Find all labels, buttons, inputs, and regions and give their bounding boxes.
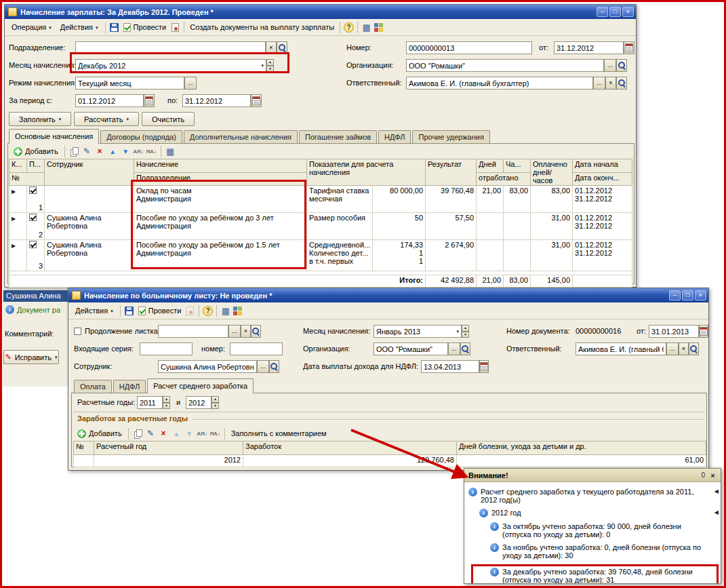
employee-field[interactable]: Сушкина Алина Робертовна (158, 360, 257, 373)
col-header-sick-days[interactable]: Дней болезни, ухода за детьми и др. (457, 442, 706, 455)
spin-up-icon[interactable]: ▴ (211, 396, 219, 403)
move-up-icon[interactable]: ▲ (107, 146, 119, 157)
ndfl-date-field[interactable]: 13.04.2013 (421, 360, 479, 373)
year1-spinner[interactable]: ▴ ▾ (163, 396, 170, 409)
delete-row-icon[interactable]: × (158, 428, 169, 439)
grid-row[interactable]: ▶ 2 Сушкина Алина Робертовна Пособие по … (9, 213, 632, 240)
create-payment-docs-button[interactable]: Создать документы на выплату зарплаты (187, 22, 337, 33)
continuation-checkbox[interactable] (74, 328, 81, 335)
number-field[interactable]: 00000000013 (406, 41, 532, 54)
menu-actions[interactable]: Действия ▾ (71, 305, 117, 317)
year-cell[interactable]: 2012 (94, 455, 243, 467)
employee-list-selected-row[interactable]: Сушкина Алина (3, 290, 68, 302)
tab-average-earnings[interactable]: Расчет среднего заработка (147, 378, 254, 393)
indicator-value-cell[interactable]: 80 000,00 (373, 186, 426, 213)
accrual-cell[interactable]: Оклад по часамАдминистрация (134, 186, 307, 213)
department-lookup-icon[interactable] (277, 41, 287, 54)
column-settings-icon[interactable]: ▦ (165, 146, 176, 157)
days-cell[interactable] (477, 240, 504, 271)
col-header-num[interactable]: № (74, 442, 94, 455)
hours-cell[interactable] (504, 240, 531, 271)
employee-cell[interactable]: Сушкина Алина Робертовна (45, 186, 134, 213)
month-spinner[interactable]: ▴ ▾ (266, 59, 274, 72)
paid-cell[interactable]: 31,00 (531, 213, 573, 240)
paid-cell[interactable]: 31,00 (531, 240, 573, 271)
col-header-worked[interactable]: отработано (477, 172, 531, 186)
indicator-name-cell[interactable]: Тарифная ставка месячная (307, 186, 373, 213)
period-from-field[interactable]: 01.12.2012 (75, 94, 144, 107)
continuation-clear-icon[interactable]: × (241, 325, 251, 338)
indicator-name-cell[interactable]: Среднедневной...Количество дет...в т.ч. … (307, 240, 373, 271)
copy-row-icon[interactable] (132, 428, 144, 439)
row-checkbox[interactable] (29, 187, 37, 194)
sort-desc-icon[interactable]: ЯА↓ (209, 428, 221, 439)
period-from-calendar-icon[interactable] (144, 94, 155, 107)
incoming-number-field[interactable] (230, 342, 283, 355)
year1-field[interactable]: 2011 (137, 396, 163, 409)
responsible-clear-icon[interactable]: × (605, 77, 616, 90)
year2-field[interactable]: 2012 (186, 396, 211, 409)
related-documents-icon[interactable] (184, 305, 196, 317)
department-clear-icon[interactable]: × (266, 41, 277, 54)
fill-button[interactable]: Заполнить▾ (9, 112, 71, 126)
col-header-earnings[interactable]: Заработок (243, 442, 457, 455)
date-field[interactable]: 31.01.2013 (649, 325, 699, 338)
continuation-field[interactable] (158, 325, 228, 338)
responsible-clear-icon[interactable]: × (679, 342, 689, 355)
panels-settings-icon[interactable] (232, 305, 243, 317)
responsible-lookup-icon[interactable] (616, 77, 627, 90)
indicator-name-cell[interactable]: Размер пособия (307, 213, 373, 240)
table-settings-icon[interactable]: ▦ (361, 22, 372, 33)
organization-field[interactable]: ООО "Ромашки" (406, 59, 604, 72)
save-icon[interactable] (108, 22, 120, 33)
responsible-select-button[interactable]: ... (666, 342, 679, 355)
tab-other-deductions[interactable]: Прочие удержания (412, 130, 489, 143)
minimize-icon[interactable]: – (669, 290, 681, 300)
col-header-hours[interactable]: Ча... (504, 159, 531, 173)
grid-row[interactable]: 1 2012 129 760,48 61,00 (74, 455, 706, 467)
col-header-date-end[interactable]: Дата оконч... (573, 172, 632, 186)
move-down-icon[interactable]: ▼ (184, 428, 195, 439)
related-documents-icon[interactable] (169, 22, 181, 33)
year2-spinner[interactable]: ▴ ▾ (211, 396, 219, 409)
grid-row[interactable]: ▶ 3 Сушкина Алина Робертовна Пособие по … (9, 240, 632, 271)
accrual-cell[interactable]: Пособие по уходу за ребёнком до 1.5 летА… (134, 240, 307, 271)
col-header-department[interactable]: Подразделение (134, 172, 307, 186)
save-icon[interactable] (123, 305, 135, 317)
indicator-value-cell[interactable]: 50 (373, 213, 426, 240)
employee-lookup-icon[interactable] (269, 360, 279, 373)
period-to-field[interactable]: 31.12.2012 (182, 94, 251, 107)
popup-close-icon[interactable]: × (708, 471, 718, 479)
add-row-button[interactable]: Добавить (11, 146, 61, 157)
tab-ndfl[interactable]: НДФЛ (378, 130, 411, 143)
indicator-value-cell[interactable]: 174,3311 (373, 240, 426, 271)
responsible-select-button[interactable]: ... (593, 77, 605, 90)
maximize-icon[interactable]: □ (682, 290, 693, 300)
tab-loan-repayment[interactable]: Погашение займов (299, 130, 377, 143)
organization-lookup-icon[interactable] (616, 59, 627, 72)
tab-ndfl[interactable]: НДФЛ (113, 380, 146, 393)
col-header-num[interactable]: № (9, 172, 45, 186)
tab-main-accruals[interactable]: Основные начисления (9, 129, 99, 144)
mode-select-button[interactable]: ... (184, 77, 197, 90)
month-spinner[interactable]: ▴ ▾ (462, 325, 469, 338)
fill-with-comment-button[interactable]: Заполнить с комментарием (228, 428, 329, 439)
ndfl-date-calendar-icon[interactable] (479, 360, 489, 373)
calculate-button[interactable]: Рассчитать▾ (74, 112, 139, 126)
col-header-paid[interactable]: Оплачено дней/часов (531, 159, 573, 186)
caret-down-icon[interactable]: ▾ (456, 329, 459, 334)
department-field[interactable] (75, 41, 266, 54)
col-header-indicators[interactable]: Показатели для расчета начисления (307, 159, 426, 186)
col-header-k[interactable]: К... (9, 159, 27, 173)
help-icon[interactable]: ? (202, 305, 214, 317)
spin-down-icon[interactable]: ▾ (163, 403, 170, 410)
employee-select-button[interactable]: ... (257, 360, 269, 373)
row-checkbox[interactable] (29, 214, 37, 221)
result-cell[interactable]: 39 760,48 (426, 186, 477, 213)
post-button[interactable]: Провести (136, 305, 184, 317)
move-up-icon[interactable]: ▲ (171, 428, 182, 439)
copy-row-icon[interactable] (68, 146, 80, 157)
fix-button[interactable]: ✎ Исправить ▾ (3, 350, 59, 364)
period-to-calendar-icon[interactable] (251, 94, 262, 107)
days-cell[interactable] (477, 213, 504, 240)
